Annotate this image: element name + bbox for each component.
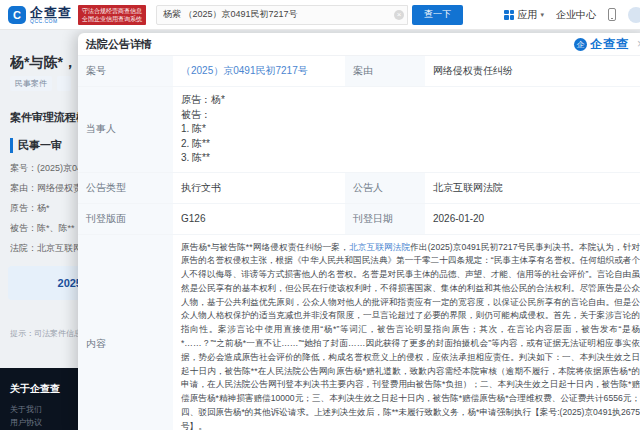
field-case-no: 案号：(2025)京0491民初7217号 xyxy=(10,158,80,178)
mobile-app-icon[interactable] xyxy=(608,8,616,21)
parties-label: 当事人 xyxy=(78,87,173,172)
field-defendant: 被告：陈*、陈** xyxy=(10,218,80,238)
tab-civil-case[interactable]: 民事案件 xyxy=(10,76,52,91)
content-text-1: 原告杨*与被告陈**网络侵权责任纠纷一案， xyxy=(181,242,349,252)
party-defendant-header: 被告： xyxy=(181,108,640,123)
tab-partial[interactable] xyxy=(57,76,71,91)
page-label: 刊登版面 xyxy=(78,204,173,234)
party-defendant-3: 3. 陈** xyxy=(181,151,640,166)
modal-header: 法院公告详情 企 企查查 × xyxy=(78,33,640,56)
apps-menu-label: 应用 xyxy=(517,8,537,22)
chevron-down-icon: ▾ xyxy=(540,11,544,19)
field-court: 法院：北京互联网法院 xyxy=(10,238,80,258)
search-input[interactable] xyxy=(156,5,408,25)
modal-brand: 企 企查查 xyxy=(574,36,629,53)
table-row: 内容 原告杨*与被告陈**网络侵权责任纠纷一案，北京互联网法院作出(2025)京… xyxy=(78,235,640,430)
announcer-label: 公告人 xyxy=(345,173,425,203)
party-plaintiff: 原告：杨* xyxy=(181,93,640,108)
parties-value: 原告：杨* 被告： 1. 陈* 2. 陈** 3. 陈** xyxy=(173,87,640,172)
qcc-brand-text: 企查查 xyxy=(590,36,629,53)
promo-badge-line1: 守法合规经营商查信息 xyxy=(82,7,142,15)
party-defendant-2: 2. 陈** xyxy=(181,137,640,152)
qcc-logo-icon: C xyxy=(8,6,26,24)
content-label: 内容 xyxy=(78,235,173,430)
case-no-link[interactable]: （2025）京0491民初7217号 xyxy=(181,64,308,78)
qcc-brand-icon: 企 xyxy=(574,38,587,51)
section-title-process: 案件审理流程概览 xyxy=(10,110,80,125)
search-button[interactable]: 查一下 xyxy=(412,5,463,25)
date-value: 2026-01-20 xyxy=(425,204,640,234)
table-row: 公告类型 执行文书 公告人 北京互联网法院 xyxy=(78,173,640,204)
promo-badge: 守法合规经营商查信息 全国企业信用查询系统 xyxy=(78,5,146,25)
promo-badge-line2: 全国企业信用查询系统 xyxy=(82,15,142,23)
type-value: 执行文书 xyxy=(173,173,345,203)
case-no-label: 案号 xyxy=(78,56,173,86)
qcc-logo-text: 企查查 xyxy=(30,6,72,19)
top-navbar: C 企查查 QCC.COM 守法合规经营商查信息 全国企业信用查询系统 × 查一… xyxy=(0,0,640,30)
avatar[interactable] xyxy=(628,7,640,23)
table-row: 案号 （2025）京0491民初7217号 案由 网络侵权责任纠纷 xyxy=(78,56,640,87)
modal-title: 法院公告详情 xyxy=(86,37,152,52)
date-label: 刊登日期 xyxy=(345,204,425,234)
type-label: 公告类型 xyxy=(78,173,173,203)
stage-civil-first-instance: 民事一审 xyxy=(10,138,62,153)
table-row: 刊登版面 G126 刊登日期 2026-01-20 xyxy=(78,204,640,235)
announcement-table: 案号 （2025）京0491民初7217号 案由 网络侵权责任纠纷 当事人 原告… xyxy=(78,56,640,430)
qcc-logo[interactable]: C 企查查 QCC.COM xyxy=(8,6,72,24)
case-page-title: 杨*与陈*， xyxy=(10,54,80,72)
timeline-node[interactable]: 2025 xyxy=(8,266,86,300)
field-plaintiff: 原告：杨* xyxy=(10,198,80,218)
case-summary-fields: 案号：(2025)京0491民初7217号 案由：网络侵权责任纠纷 原告：杨* … xyxy=(10,158,80,258)
content-value: 原告杨*与被告陈**网络侵权责任纠纷一案，北京互联网法院作出(2025)京049… xyxy=(173,235,640,430)
search-clear-icon[interactable]: × xyxy=(394,10,404,20)
disclaimer-tip: 提示：司法案件信息 xyxy=(10,328,80,339)
content-text-2: 作出(2025)京0491民初7217号民事判决书。本院认为，针对原告的名誉权侵… xyxy=(181,242,640,430)
apps-menu[interactable]: 应用 ▾ xyxy=(504,8,544,22)
cause-value: 网络侵权责任纠纷 xyxy=(425,56,640,86)
announcer-value: 北京互联网法院 xyxy=(425,173,640,203)
cause-label: 案由 xyxy=(345,56,425,86)
page-value: G126 xyxy=(173,204,345,234)
table-row: 当事人 原告：杨* 被告： 1. 陈* 2. 陈** 3. 陈** xyxy=(78,87,640,173)
enterprise-center-link[interactable]: 企业中心 xyxy=(556,8,596,22)
apps-grid-icon xyxy=(504,10,514,20)
court-announcement-modal: 法院公告详情 企 企查查 × 案号 （2025）京0491民初7217号 案由 … xyxy=(78,33,640,430)
field-cause: 案由：网络侵权责任纠纷 xyxy=(10,178,80,198)
party-defendant-1: 1. 陈* xyxy=(181,122,640,137)
court-link[interactable]: 北京互联网法院 xyxy=(349,242,410,252)
